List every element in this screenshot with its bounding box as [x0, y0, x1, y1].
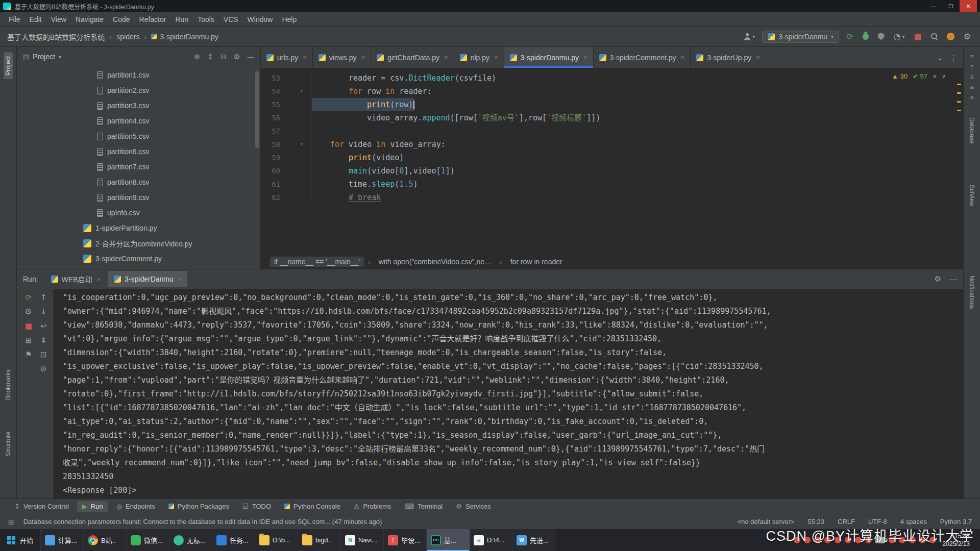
tree-file-item[interactable]: partition8.csv — [17, 174, 260, 190]
inspections-widget[interactable]: ▲ 30 ✔ 97 ∧ ∨ — [892, 72, 946, 80]
account-button[interactable]: ▾ — [742, 31, 757, 42]
tree-file-item[interactable]: partition5.csv — [17, 129, 260, 144]
run-console-output[interactable]: "is_cooperation":0,"ugc_pay_preview":0,"… — [54, 289, 963, 498]
menu-item-refactor[interactable]: Refactor — [135, 14, 171, 25]
line-number[interactable]: 56 — [261, 111, 291, 124]
settings-button[interactable]: ⚙ — [962, 30, 973, 43]
notification-tray-icon[interactable] — [855, 537, 862, 543]
close-tab-icon[interactable]: × — [444, 54, 448, 61]
tool-window-button-python-console[interactable]: Python Console — [279, 501, 346, 512]
notification-tray-icon[interactable] — [919, 537, 926, 543]
clear-all-icon[interactable]: ⊘ — [40, 365, 47, 373]
taskbar-app[interactable]: NNavi... — [341, 529, 384, 551]
taskbar-app[interactable]: B站.. — [84, 529, 127, 551]
tool-stripe-button-bookmarks[interactable]: Bookmarks — [4, 365, 13, 404]
taskbar-app[interactable]: D:\b... — [255, 529, 298, 551]
editor-tab-views-py[interactable]: views.py× — [313, 47, 371, 68]
tool-stripe-button-project[interactable]: Project — [4, 52, 13, 79]
rerun-icon[interactable]: ⟳ — [25, 294, 32, 302]
editor-tab-nlp-py[interactable]: nlp.py× — [454, 47, 504, 68]
stripe-tool-icon[interactable]: ≡ — [970, 63, 973, 70]
tree-file-item[interactable]: partition4.csv — [17, 113, 260, 129]
line-number[interactable]: 58 — [261, 138, 291, 151]
status-item[interactable]: 4 spaces — [900, 518, 927, 525]
notification-tray-icon[interactable] — [835, 537, 841, 543]
tree-file-item[interactable]: upInfo.csv — [17, 205, 260, 220]
tool-window-button-python-packages[interactable]: Python Packages — [163, 501, 234, 512]
tool-stripe-button-sciview[interactable]: SciView — [967, 181, 976, 210]
tool-stripe-button-notifications[interactable]: Notifications — [967, 271, 976, 313]
stripe-tool-icon[interactable]: ≡ — [970, 94, 973, 101]
notification-tray-icon[interactable] — [794, 537, 800, 543]
editor-tab-3-spiderComment-py[interactable]: 3-spiderComment.py× — [594, 47, 691, 68]
taskbar-app[interactable]: bigd.. — [298, 529, 341, 551]
status-item[interactable]: Python 3.7 — [940, 518, 972, 525]
close-tab-icon[interactable]: × — [756, 54, 760, 61]
restore-layout-icon[interactable]: ⊞ — [25, 337, 32, 344]
tree-file-item[interactable]: 1-spiderPartition.py — [17, 220, 260, 236]
start-button[interactable]: 开始 — [0, 529, 41, 551]
run-settings-icon[interactable]: ⚙ — [25, 308, 32, 316]
menu-item-tools[interactable]: Tools — [193, 14, 219, 25]
notification-tray-icon[interactable] — [899, 537, 905, 543]
run-tab-WEB启动[interactable]: WEB启动× — [45, 271, 106, 287]
fold-marker[interactable]: ▾ — [291, 138, 312, 151]
tool-window-button-terminal[interactable]: ⌨Terminal — [399, 501, 448, 512]
breadcrumb-item[interactable]: 3-spiderDanmu.py — [151, 33, 218, 41]
tree-file-item[interactable]: partition1.csv — [17, 67, 260, 83]
taskbar-app[interactable]: W先进... — [512, 529, 555, 551]
notification-tray-icon[interactable] — [889, 537, 895, 543]
minimize-button[interactable]: — — [925, 0, 942, 12]
tree-file-item[interactable]: partition6.csv — [17, 144, 260, 159]
close-tab-icon[interactable]: × — [583, 54, 587, 61]
print-icon[interactable]: ⊡ — [40, 351, 47, 359]
editor-breadcrumb-item[interactable]: for row in reader — [506, 257, 567, 267]
menu-item-view[interactable]: View — [46, 14, 71, 25]
line-number[interactable]: 53 — [261, 71, 291, 85]
hide-panel-icon[interactable]: — — [949, 274, 957, 284]
stop-icon[interactable]: ■ — [25, 322, 32, 330]
tool-window-button-services[interactable]: ⚙Services — [451, 501, 496, 512]
notification-tray-icon[interactable] — [909, 537, 916, 543]
profiler-button[interactable]: ◔▾ — [892, 30, 907, 43]
notification-tray-icon[interactable] — [814, 537, 821, 543]
line-number[interactable]: 61 — [261, 178, 291, 191]
close-button[interactable]: ✕ — [960, 0, 977, 12]
menu-item-code[interactable]: Code — [108, 14, 134, 25]
tray-expand-icon[interactable]: ^ — [783, 537, 790, 544]
stripe-tool-icon[interactable]: ≡ — [970, 53, 973, 60]
update-button[interactable]: ↑ — [945, 31, 957, 42]
menu-item-window[interactable]: Window — [243, 14, 278, 25]
debug-button[interactable] — [861, 31, 871, 42]
rerun-button[interactable]: ⟳ — [844, 30, 855, 43]
close-tab-icon[interactable]: × — [303, 54, 307, 61]
tree-file-item[interactable]: partition9.csv — [17, 190, 260, 205]
tool-window-button-run[interactable]: ▶Run — [77, 501, 108, 512]
menu-item-vcs[interactable]: VCS — [219, 14, 243, 25]
tool-window-button-endpoints[interactable]: ◎Endpoints — [111, 501, 160, 512]
taskbar-app[interactable]: 微信... — [127, 529, 169, 551]
tabs-list-icon[interactable]: ⌄ — [937, 54, 943, 62]
editor-tab-3-spiderUp-py[interactable]: 3-spiderUp.py× — [691, 47, 766, 68]
hide-panel-icon[interactable]: — — [247, 53, 254, 61]
tool-window-switcher-icon[interactable]: ⊞ — [8, 518, 14, 526]
keyboard-tray-icon[interactable] — [875, 537, 885, 543]
tool-stripe-button-database[interactable]: Database — [967, 113, 976, 147]
coverage-button[interactable] — [876, 31, 887, 42]
tree-file-item[interactable]: partition7.csv — [17, 159, 260, 174]
prev-problem-icon[interactable]: ∧ — [933, 73, 937, 80]
editor-tab-urls-py[interactable]: urls.py× — [261, 47, 313, 68]
stripe-tool-icon[interactable]: ≡ — [970, 73, 973, 81]
run-configuration-select[interactable]: 3-spiderDanmu ▾ — [762, 31, 839, 43]
project-panel-title[interactable]: Project — [33, 53, 55, 61]
editor-breadcrumb-item[interactable]: with open("combineVideo.csv",ne… — [375, 257, 496, 267]
panel-settings-icon[interactable]: ⚙ — [233, 53, 240, 61]
menu-item-run[interactable]: Run — [170, 14, 193, 25]
status-item[interactable]: <no default server> — [737, 518, 794, 525]
taskbar-app[interactable]: 计算... — [41, 529, 84, 551]
notification-tray-icon[interactable] — [865, 537, 872, 543]
close-tab-icon[interactable]: × — [96, 276, 101, 283]
taskbar-app[interactable]: !毕设... — [384, 529, 427, 551]
tool-stripe-button-structure[interactable]: Structure — [4, 428, 13, 461]
next-problem-icon[interactable]: ∨ — [942, 73, 946, 80]
